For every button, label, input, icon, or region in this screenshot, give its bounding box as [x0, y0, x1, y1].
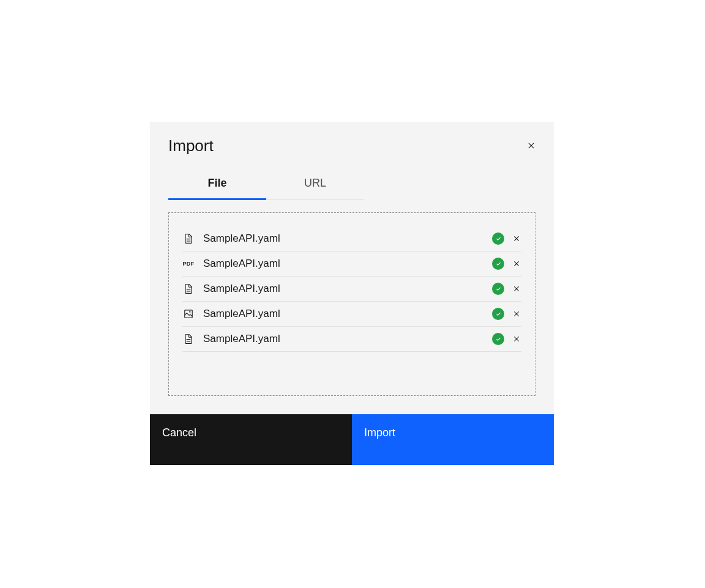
- document-icon: [182, 283, 195, 295]
- modal-title: Import: [168, 136, 214, 155]
- import-button[interactable]: Import: [352, 414, 554, 465]
- close-button[interactable]: [523, 138, 539, 154]
- success-icon: [492, 283, 504, 295]
- pdf-icon: PDF: [182, 258, 195, 270]
- success-icon: [492, 333, 504, 345]
- remove-file-button[interactable]: [512, 334, 521, 344]
- remove-file-button[interactable]: [512, 309, 521, 319]
- file-row: SampleAPI.yaml: [182, 226, 521, 251]
- modal-footer: Cancel Import: [150, 414, 554, 465]
- remove-file-button[interactable]: [512, 284, 521, 294]
- file-dropzone[interactable]: SampleAPI.yaml PDF SampleAPI.yaml Sample…: [168, 212, 535, 396]
- close-icon: [512, 234, 521, 244]
- close-icon: [512, 259, 521, 269]
- document-icon: [182, 233, 195, 245]
- file-name: SampleAPI.yaml: [203, 333, 492, 345]
- file-row: SampleAPI.yaml: [182, 327, 521, 352]
- tab-file[interactable]: File: [168, 171, 266, 200]
- close-icon: [512, 334, 521, 344]
- close-icon: [512, 309, 521, 319]
- import-modal: Import File URL SampleAPI.yaml PDF Sampl…: [150, 122, 554, 465]
- file-row: PDF SampleAPI.yaml: [182, 251, 521, 277]
- success-icon: [492, 233, 504, 245]
- close-icon: [526, 140, 537, 151]
- remove-file-button[interactable]: [512, 234, 521, 244]
- success-icon: [492, 258, 504, 270]
- file-row: SampleAPI.yaml: [182, 277, 521, 302]
- cancel-button[interactable]: Cancel: [150, 414, 352, 465]
- file-name: SampleAPI.yaml: [203, 233, 492, 245]
- file-name: SampleAPI.yaml: [203, 283, 492, 295]
- close-icon: [512, 284, 521, 294]
- file-name: SampleAPI.yaml: [203, 258, 492, 270]
- tab-url[interactable]: URL: [266, 171, 364, 200]
- remove-file-button[interactable]: [512, 259, 521, 269]
- file-name: SampleAPI.yaml: [203, 308, 492, 320]
- success-icon: [492, 308, 504, 320]
- modal-header: Import: [150, 122, 554, 155]
- image-icon: [182, 308, 195, 320]
- document-icon: [182, 333, 195, 345]
- file-row: SampleAPI.yaml: [182, 302, 521, 327]
- tabs: File URL: [168, 170, 364, 200]
- svg-point-0: [189, 311, 190, 313]
